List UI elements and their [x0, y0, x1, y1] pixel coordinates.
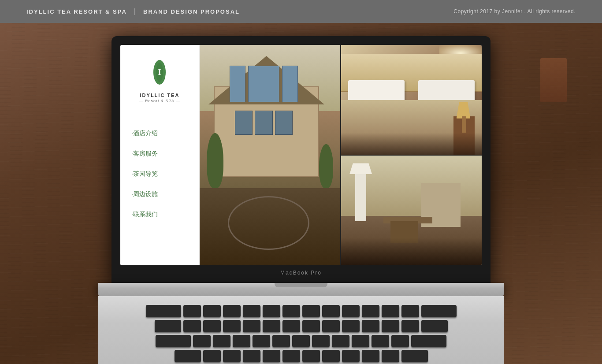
key	[362, 320, 379, 332]
main-scene: I IDYLLIC TEA Resort & SPA ·酒店介绍 ·客房服务 ·…	[0, 23, 602, 364]
key	[243, 320, 260, 332]
logo-tagline: Resort & SPA	[139, 99, 181, 103]
key	[332, 335, 349, 347]
key	[362, 350, 379, 362]
key	[263, 320, 280, 332]
keyboard-grid	[116, 305, 486, 364]
laptop-hinge	[275, 283, 327, 287]
header-subtitle: BRAND DESIGN PROPOSAL	[143, 8, 240, 15]
site-sidebar: I IDYLLIC TEA Resort & SPA ·酒店介绍 ·客房服务 ·…	[120, 45, 200, 265]
svg-text:I: I	[158, 68, 161, 77]
key	[382, 350, 399, 362]
key	[302, 320, 320, 332]
key	[146, 305, 181, 317]
photo-bedroom	[341, 45, 482, 155]
key	[391, 335, 409, 347]
logo-svg: I	[151, 58, 168, 87]
nav-item-contact[interactable]: ·联系我们	[125, 206, 195, 223]
key	[223, 320, 241, 332]
decorative-object	[540, 58, 567, 102]
laptop-screen-bezel: I IDYLLIC TEA Resort & SPA ·酒店介绍 ·客房服务 ·…	[111, 36, 491, 283]
key	[411, 335, 446, 347]
key	[282, 350, 300, 362]
laptop-screen: I IDYLLIC TEA Resort & SPA ·酒店介绍 ·客房服务 ·…	[120, 45, 482, 265]
key	[155, 320, 181, 332]
photo-lounge	[341, 156, 482, 265]
key	[372, 335, 389, 347]
key	[253, 335, 270, 347]
header-copyright: Copyright 2017 by Jennifer . All rights …	[453, 8, 576, 15]
laptop: I IDYLLIC TEA Resort & SPA ·酒店介绍 ·客房服务 ·…	[98, 36, 504, 309]
key	[342, 305, 360, 317]
key	[342, 350, 360, 362]
nav-menu: ·酒店介绍 ·客房服务 ·茶园导览 ·周边设施 ·联系我们	[120, 125, 199, 223]
photo-exterior	[200, 45, 340, 265]
key	[223, 305, 241, 317]
key	[243, 350, 260, 362]
key	[203, 350, 221, 362]
key	[362, 305, 379, 317]
key	[382, 305, 399, 317]
key	[193, 335, 211, 347]
key	[183, 320, 201, 332]
key	[175, 350, 201, 362]
key	[401, 350, 428, 362]
laptop-base	[98, 283, 504, 296]
brand-name: IDYLLIC TEA RESORT & SPA	[26, 8, 127, 15]
key	[213, 335, 230, 347]
key	[322, 305, 340, 317]
key	[322, 320, 340, 332]
key	[282, 320, 300, 332]
key	[302, 350, 320, 362]
nav-item-rooms[interactable]: ·客房服务	[125, 145, 195, 162]
logo-container: I IDYLLIC TEA Resort & SPA	[139, 58, 181, 103]
key	[421, 305, 457, 317]
logo-brand-name: IDYLLIC TEA	[140, 92, 180, 99]
key	[282, 305, 300, 317]
key	[421, 320, 448, 332]
key	[203, 305, 221, 317]
key	[223, 350, 241, 362]
key	[382, 320, 399, 332]
key	[263, 305, 280, 317]
key	[322, 350, 340, 362]
key	[263, 350, 280, 362]
nav-item-tea[interactable]: ·茶园导览	[125, 166, 195, 182]
macbook-label: MacBook Pro	[280, 270, 322, 276]
nav-item-facilities[interactable]: ·周边设施	[125, 186, 195, 203]
header-left: IDYLLIC TEA RESORT & SPA | BRAND DESIGN …	[26, 7, 240, 15]
site-layout: I IDYLLIC TEA Resort & SPA ·酒店介绍 ·客房服务 ·…	[120, 45, 482, 265]
key	[312, 335, 330, 347]
key	[243, 305, 260, 317]
key	[401, 320, 419, 332]
key	[302, 305, 320, 317]
header-bar: IDYLLIC TEA RESORT & SPA | BRAND DESIGN …	[0, 0, 602, 23]
key	[183, 305, 201, 317]
key	[203, 320, 221, 332]
key	[233, 335, 250, 347]
laptop-keyboard	[98, 296, 504, 364]
key	[342, 320, 360, 332]
key	[292, 335, 310, 347]
key	[352, 335, 369, 347]
header-divider: |	[134, 7, 136, 15]
key	[272, 335, 290, 347]
key	[401, 305, 419, 317]
photo-grid	[200, 45, 482, 265]
nav-item-hotel[interactable]: ·酒店介绍	[125, 125, 195, 142]
key	[156, 335, 191, 347]
